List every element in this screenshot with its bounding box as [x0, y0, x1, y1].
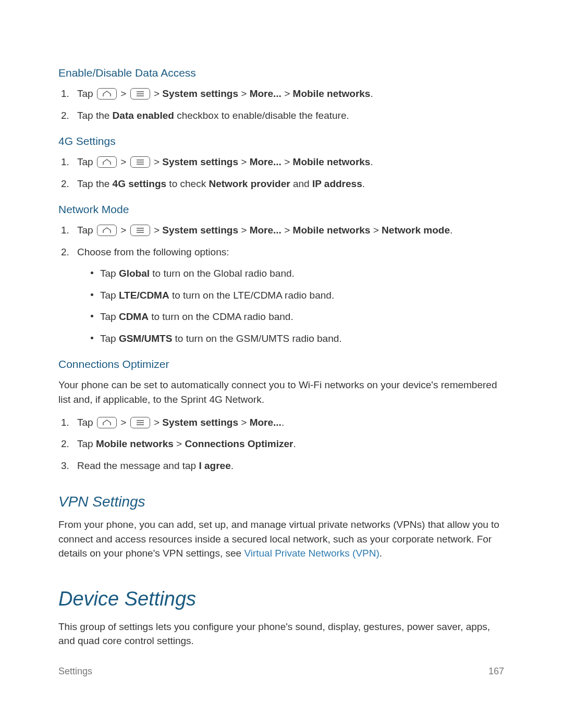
- path-more: More...: [250, 417, 282, 428]
- path-system-settings: System settings: [162, 156, 238, 167]
- menu-icon: [130, 225, 150, 236]
- home-icon: [97, 88, 117, 100]
- heading-vpn-settings: VPN Settings: [58, 493, 504, 510]
- path-mobile-networks: Mobile networks: [293, 225, 371, 236]
- list-item: Tap LTE/CDMA to turn on the LTE/CDMA rad…: [100, 288, 504, 303]
- home-icon: [97, 417, 117, 428]
- list-item: Choose from the following options: Tap G…: [72, 245, 504, 346]
- steps-4g: Tap > > System settings > More... > Mobi…: [58, 155, 504, 191]
- steps-data-access: Tap > > System settings > More... > Mobi…: [58, 87, 504, 122]
- home-icon: [97, 156, 117, 168]
- page-content: Enable/Disable Data Access Tap > > Syste…: [58, 67, 504, 657]
- list-item: Tap > > System settings > More... > Mobi…: [72, 155, 504, 169]
- intro-device: This group of settings lets you configur…: [58, 620, 504, 648]
- list-item: Tap > > System settings > More... > Mobi…: [72, 223, 504, 238]
- heading-connections-optimizer: Connections Optimizer: [58, 358, 504, 371]
- path-network-mode: Network mode: [382, 225, 450, 236]
- list-item: Tap Global to turn on the Global radio b…: [100, 266, 504, 281]
- link-vpn[interactable]: Virtual Private Networks (VPN): [244, 548, 379, 559]
- list-item: Tap > > System settings > More....: [72, 415, 504, 430]
- menu-icon: [130, 417, 150, 428]
- list-item: Tap the Data enabled checkbox to enable/…: [72, 108, 504, 123]
- menu-icon: [130, 156, 150, 168]
- footer-section: Settings: [58, 666, 92, 677]
- options-list: Tap Global to turn on the Global radio b…: [77, 266, 504, 346]
- heading-4g-settings: 4G Settings: [58, 135, 504, 147]
- path-system-settings: System settings: [162, 88, 238, 99]
- path-system-settings: System settings: [162, 225, 238, 236]
- list-item: Read the message and tap I agree.: [72, 459, 504, 473]
- path-more: More...: [250, 88, 282, 99]
- heading-data-access: Enable/Disable Data Access: [58, 67, 504, 79]
- list-item: Tap Mobile networks > Connections Optimi…: [72, 437, 504, 451]
- intro-connections-optimizer: Your phone can be set to automatically c…: [58, 378, 504, 406]
- list-item: Tap CDMA to turn on the CDMA radio band.: [100, 310, 504, 324]
- path-mobile-networks: Mobile networks: [293, 88, 371, 99]
- path-system-settings: System settings: [162, 417, 238, 428]
- list-item: Tap GSM/UMTS to turn on the GSM/UMTS rad…: [100, 331, 504, 346]
- list-item: Tap > > System settings > More... > Mobi…: [72, 87, 504, 101]
- intro-vpn: From your phone, you can add, set up, an…: [58, 517, 504, 561]
- home-icon: [97, 225, 117, 236]
- heading-device-settings: Device Settings: [58, 588, 504, 610]
- menu-icon: [130, 88, 150, 100]
- page-footer: Settings 167: [58, 666, 504, 677]
- steps-connections-optimizer: Tap > > System settings > More.... Tap M…: [58, 415, 504, 473]
- footer-page-number: 167: [488, 666, 504, 677]
- path-more: More...: [250, 156, 282, 167]
- list-item: Tap the 4G settings to check Network pro…: [72, 177, 504, 191]
- path-mobile-networks: Mobile networks: [293, 156, 371, 167]
- path-more: More...: [250, 225, 282, 236]
- heading-network-mode: Network Mode: [58, 203, 504, 216]
- steps-network-mode: Tap > > System settings > More... > Mobi…: [58, 223, 504, 346]
